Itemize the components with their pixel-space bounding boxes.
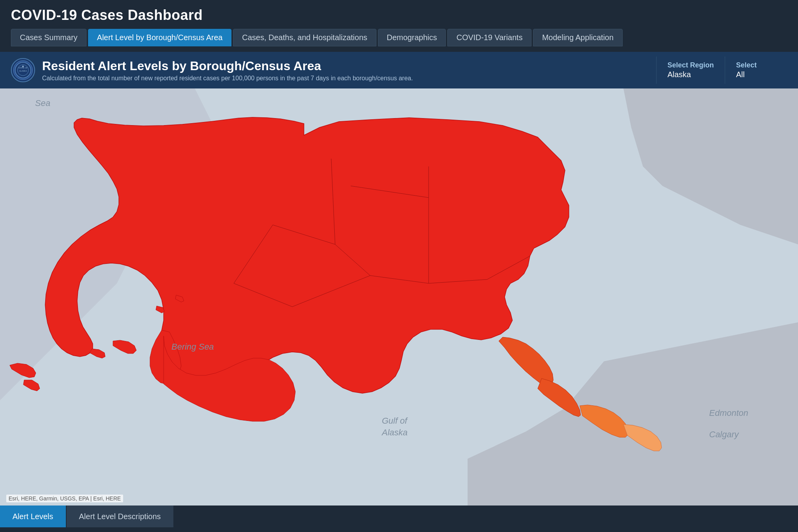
- bottom-tab-alert-descriptions[interactable]: Alert Level Descriptions: [67, 505, 173, 527]
- banner-text: Resident Alert Levels by Borough/Census …: [42, 59, 656, 82]
- select-region-label: Select Region: [667, 61, 714, 69]
- nav-tabs: Cases Summary Alert Level by Borough/Cen…: [11, 29, 787, 46]
- tab-covid-variants[interactable]: COVID-19 Variants: [447, 29, 531, 46]
- select-region-block: Select Region Alaska Select All: [656, 57, 787, 84]
- gulf-label-2: Alaska: [381, 428, 408, 437]
- tab-cases-summary[interactable]: Cases Summary: [11, 29, 87, 46]
- select-all-label: Select: [736, 61, 776, 69]
- select-region-dropdown[interactable]: Select Region Alaska: [656, 57, 725, 84]
- header: COVID-19 Cases Dashboard Cases Summary A…: [0, 0, 798, 52]
- select-all-dropdown[interactable]: Select All: [725, 57, 787, 84]
- map-container: Sea Bering Sea Gulf of Alaska Edmonton C…: [0, 88, 798, 505]
- tab-demographics[interactable]: Demographics: [378, 29, 446, 46]
- sub-header: STATE OF ALASKA Resident Alert Levels by…: [0, 52, 798, 88]
- app-title: COVID-19 Cases Dashboard: [11, 7, 787, 23]
- bottom-tab-alert-levels[interactable]: Alert Levels: [0, 505, 66, 527]
- seal-inner: STATE OF ALASKA: [13, 60, 33, 80]
- gulf-label: Gulf of: [382, 416, 408, 426]
- alaska-seal: STATE OF ALASKA: [11, 58, 35, 82]
- svg-text:ALASKA: ALASKA: [19, 70, 27, 72]
- tab-cases-deaths[interactable]: Cases, Deaths, and Hospitalizations: [233, 29, 376, 46]
- tab-alert-level[interactable]: Alert Level by Borough/Census Area: [88, 29, 231, 46]
- banner-subtitle: Calculated from the total number of new …: [42, 75, 656, 82]
- map-svg: Sea Bering Sea Gulf of Alaska Edmonton C…: [0, 88, 798, 505]
- bottom-tabs: Alert Levels Alert Level Descriptions: [0, 505, 798, 527]
- select-region-value: Alaska: [667, 70, 714, 79]
- map-attribution: Esri, HERE, Garmin, USGS, EPA | Esri, HE…: [6, 495, 123, 502]
- banner-title: Resident Alert Levels by Borough/Census …: [42, 59, 656, 73]
- bering-sea-label: Bering Sea: [171, 342, 214, 352]
- edmonton-label: Edmonton: [709, 408, 748, 418]
- tab-modeling[interactable]: Modeling Application: [533, 29, 622, 46]
- sea-label: Sea: [35, 98, 50, 108]
- calgary-label: Calgary: [709, 429, 740, 439]
- app-container: COVID-19 Cases Dashboard Cases Summary A…: [0, 0, 798, 527]
- select-all-value: All: [736, 70, 776, 79]
